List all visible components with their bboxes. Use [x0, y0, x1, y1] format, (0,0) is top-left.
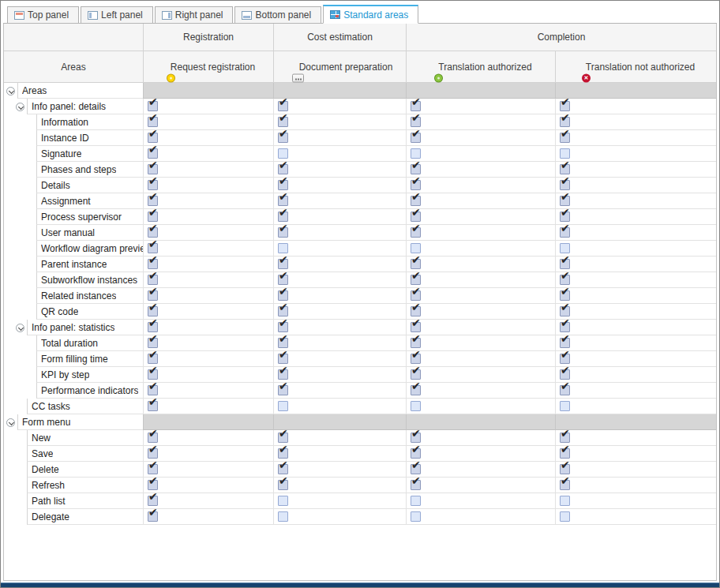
checkbox[interactable]: [411, 196, 421, 206]
checkbox[interactable]: [148, 369, 158, 380]
tree-cell[interactable]: Details: [4, 178, 143, 193]
column-header-areas[interactable]: Areas: [4, 51, 143, 83]
collapse-icon[interactable]: [6, 87, 15, 96]
tree-cell[interactable]: Info panel: statistics: [4, 320, 143, 335]
checkbox[interactable]: [278, 243, 288, 253]
checkbox[interactable]: [411, 148, 421, 159]
checkbox[interactable]: [411, 511, 421, 522]
checkbox[interactable]: [278, 385, 288, 395]
collapse-icon[interactable]: [16, 103, 24, 111]
checkbox[interactable]: [411, 290, 421, 301]
checkbox[interactable]: [560, 101, 570, 111]
checkbox[interactable]: [411, 433, 421, 443]
tree-cell[interactable]: Form filling time: [4, 351, 143, 367]
checkbox[interactable]: [278, 180, 288, 190]
checkbox[interactable]: [560, 243, 570, 253]
checkbox[interactable]: [411, 369, 421, 380]
tree-cell[interactable]: Info panel: details: [4, 99, 143, 114]
checkbox[interactable]: [278, 117, 288, 127]
checkbox[interactable]: [411, 464, 421, 474]
checkbox[interactable]: [411, 480, 421, 490]
column-header-translation-authorized[interactable]: Translation authorized: [406, 51, 555, 83]
tree-cell[interactable]: Form menu: [4, 414, 143, 430]
checkbox[interactable]: [560, 290, 570, 301]
checkbox[interactable]: [560, 480, 570, 490]
checkbox[interactable]: [411, 448, 421, 459]
tree-cell[interactable]: Performance indicators: [4, 383, 143, 399]
tree-cell[interactable]: User manual: [4, 225, 143, 241]
checkbox[interactable]: [278, 164, 288, 174]
tab-standard-areas[interactable]: Standard areas: [323, 5, 418, 24]
tree-cell[interactable]: Delegate: [4, 509, 143, 525]
checkbox[interactable]: [278, 148, 288, 159]
checkbox[interactable]: [278, 464, 288, 474]
checkbox[interactable]: [411, 243, 421, 253]
tree-cell[interactable]: CC tasks: [4, 399, 143, 414]
checkbox[interactable]: [560, 148, 570, 159]
checkbox[interactable]: [278, 133, 288, 143]
checkbox[interactable]: [278, 196, 288, 206]
column-header-document-preparation[interactable]: Document preparation: [273, 51, 406, 83]
checkbox[interactable]: [560, 259, 570, 269]
checkbox[interactable]: [148, 290, 158, 301]
checkbox[interactable]: [411, 212, 421, 222]
checkbox[interactable]: [148, 148, 158, 159]
checkbox[interactable]: [148, 354, 158, 364]
checkbox[interactable]: [278, 496, 288, 506]
checkbox[interactable]: [560, 385, 570, 395]
checkbox[interactable]: [560, 354, 570, 364]
tree-cell[interactable]: QR code: [4, 304, 143, 320]
checkbox[interactable]: [411, 164, 421, 174]
tree-cell[interactable]: Refresh: [4, 478, 143, 493]
tree-cell[interactable]: Areas: [4, 83, 143, 99]
checkbox[interactable]: [411, 354, 421, 364]
checkbox[interactable]: [148, 164, 158, 174]
checkbox[interactable]: [148, 259, 158, 269]
checkbox[interactable]: [148, 227, 158, 238]
checkbox[interactable]: [560, 338, 570, 348]
checkbox[interactable]: [148, 433, 158, 443]
checkbox[interactable]: [560, 164, 570, 174]
checkbox[interactable]: [278, 354, 288, 364]
checkbox[interactable]: [278, 101, 288, 111]
checkbox[interactable]: [148, 464, 158, 474]
checkbox[interactable]: [148, 180, 158, 190]
checkbox[interactable]: [278, 275, 288, 285]
checkbox[interactable]: [411, 275, 421, 285]
checkbox[interactable]: [278, 322, 288, 332]
tree-cell[interactable]: Related instances: [4, 288, 143, 304]
checkbox[interactable]: [411, 180, 421, 190]
checkbox[interactable]: [148, 480, 158, 490]
checkbox[interactable]: [560, 212, 570, 222]
tree-cell[interactable]: Assignment: [4, 193, 143, 209]
checkbox[interactable]: [411, 496, 421, 506]
tree-cell[interactable]: Subworkflow instances: [4, 272, 143, 288]
tree-cell[interactable]: Delete: [4, 462, 143, 478]
checkbox[interactable]: [148, 385, 158, 395]
checkbox[interactable]: [278, 480, 288, 490]
checkbox[interactable]: [148, 212, 158, 222]
checkbox[interactable]: [278, 448, 288, 459]
checkbox[interactable]: [148, 496, 158, 506]
tree-cell[interactable]: Save: [4, 446, 143, 462]
tree-cell[interactable]: Total duration: [4, 335, 143, 351]
tree-cell[interactable]: Phases and steps: [4, 162, 143, 178]
collapse-icon[interactable]: [6, 418, 15, 427]
checkbox[interactable]: [148, 275, 158, 285]
checkbox[interactable]: [148, 117, 158, 127]
checkbox[interactable]: [560, 496, 570, 506]
checkbox[interactable]: [560, 433, 570, 443]
tree-cell[interactable]: Instance ID: [4, 130, 143, 146]
checkbox[interactable]: [411, 306, 421, 316]
checkbox[interactable]: [278, 306, 288, 316]
tree-cell[interactable]: Process supervisor: [4, 209, 143, 225]
checkbox[interactable]: [148, 322, 158, 332]
checkbox[interactable]: [148, 133, 158, 143]
tab-bottom-panel[interactable]: Bottom panel: [234, 6, 321, 23]
checkbox[interactable]: [278, 338, 288, 348]
tree-cell[interactable]: Path list: [4, 493, 143, 509]
checkbox[interactable]: [560, 227, 570, 238]
checkbox[interactable]: [411, 338, 421, 348]
checkbox[interactable]: [411, 385, 421, 395]
checkbox[interactable]: [411, 133, 421, 143]
